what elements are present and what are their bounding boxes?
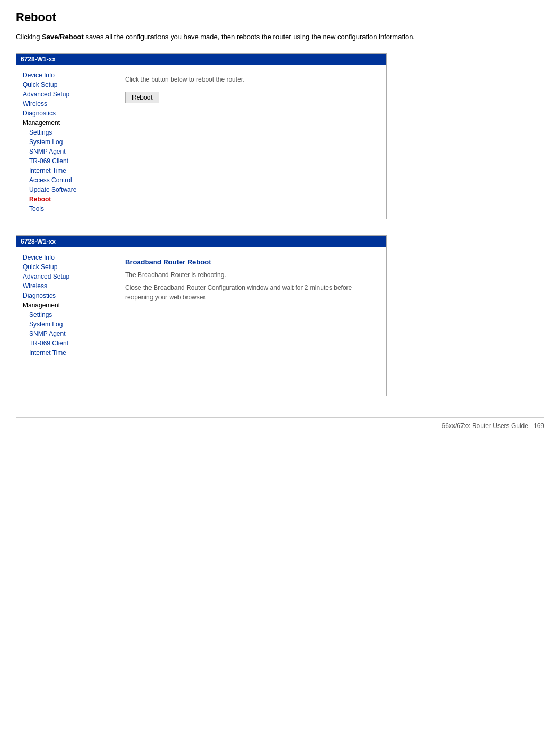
main-content-1: Click the button below to reboot the rou… [109, 65, 386, 219]
reboot-status: The Broadband Router is rebooting. [125, 271, 370, 279]
router-box-2: 6728-W1-xx Device InfoQuick SetupAdvance… [16, 235, 387, 396]
sidebar-1-item-tools[interactable]: Tools [16, 204, 109, 214]
router-box-1: 6728-W1-xx Device InfoQuick SetupAdvance… [16, 53, 387, 219]
router-box-2-body: Device InfoQuick SetupAdvanced SetupWire… [16, 247, 386, 396]
sidebar-1-item-snmp-agent[interactable]: SNMP Agent [16, 147, 109, 156]
sidebar-2: Device InfoQuick SetupAdvanced SetupWire… [16, 247, 109, 396]
reboot-title: Broadband Router Reboot [125, 258, 370, 266]
sidebar-1: Device InfoQuick SetupAdvanced SetupWire… [16, 65, 109, 219]
sidebar-1-item-reboot[interactable]: Reboot [16, 194, 109, 204]
reboot-button-1[interactable]: Reboot [125, 92, 159, 103]
sidebar-1-item-device-info[interactable]: Device Info [16, 70, 109, 80]
sidebar-1-item-internet-time[interactable]: Internet Time [16, 166, 109, 175]
sidebar-2-item-tr-069-client[interactable]: TR-069 Client [16, 339, 109, 348]
sidebar-2-item-device-info[interactable]: Device Info [16, 253, 109, 262]
sidebar-1-item-advanced-setup[interactable]: Advanced Setup [16, 90, 109, 99]
sidebar-1-item-settings[interactable]: Settings [16, 128, 109, 137]
sidebar-2-item-settings[interactable]: Settings [16, 310, 109, 319]
intro-text-before: Clicking [16, 33, 42, 41]
sidebar-1-item-diagnostics[interactable]: Diagnostics [16, 109, 109, 118]
sidebar-1-item-tr-069-client[interactable]: TR-069 Client [16, 156, 109, 166]
footer: 66xx/67xx Router Users Guide 169 [16, 417, 544, 430]
intro-paragraph: Clicking Save/Reboot saves all the confi… [16, 32, 544, 42]
sidebar-2-item-snmp-agent[interactable]: SNMP Agent [16, 329, 109, 339]
sidebar-2-item-advanced-setup[interactable]: Advanced Setup [16, 272, 109, 281]
router-box-1-body: Device InfoQuick SetupAdvanced SetupWire… [16, 65, 386, 219]
sidebar-1-item-wireless[interactable]: Wireless [16, 99, 109, 109]
footer-page: 169 [534, 422, 544, 430]
reboot-instruction: Close the Broadband Router Configuration… [125, 283, 370, 302]
intro-text-after: saves all the configurations you have ma… [84, 33, 415, 41]
router-box-2-header: 6728-W1-xx [16, 236, 386, 247]
sidebar-2-item-diagnostics[interactable]: Diagnostics [16, 291, 109, 300]
sidebar-2-item-management: Management [16, 300, 109, 310]
sidebar-1-item-access-control[interactable]: Access Control [16, 175, 109, 185]
sidebar-1-item-quick-setup[interactable]: Quick Setup [16, 80, 109, 90]
footer-text: 66xx/67xx Router Users Guide [442, 422, 528, 430]
sidebar-2-item-system-log[interactable]: System Log [16, 319, 109, 329]
sidebar-1-item-update-software[interactable]: Update Software [16, 185, 109, 194]
sidebar-1-item-system-log[interactable]: System Log [16, 137, 109, 147]
sidebar-2-item-wireless[interactable]: Wireless [16, 281, 109, 291]
main-content-2: Broadband Router Reboot The Broadband Ro… [109, 247, 386, 396]
page-title: Reboot [16, 11, 544, 24]
sidebar-1-item-management: Management [16, 118, 109, 128]
click-label-1: Click the button below to reboot the rou… [125, 76, 370, 83]
intro-bold: Save/Reboot [42, 33, 84, 41]
sidebar-2-item-internet-time[interactable]: Internet Time [16, 348, 109, 358]
router-box-1-header: 6728-W1-xx [16, 54, 386, 65]
sidebar-2-item-quick-setup[interactable]: Quick Setup [16, 262, 109, 272]
